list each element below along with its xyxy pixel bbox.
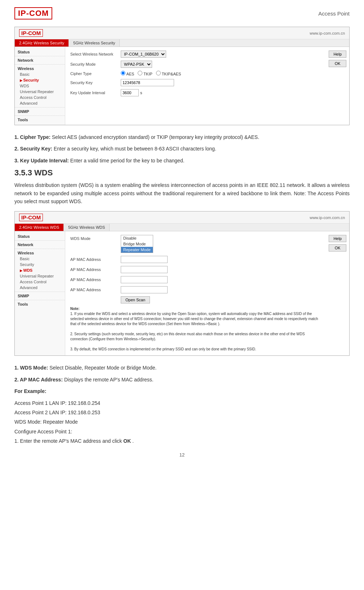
sidebar-wireless-1[interactable]: Wireless [15, 66, 65, 71]
sidebar-access-control-2[interactable]: Access Control [15, 279, 65, 285]
input-key-update[interactable] [121, 89, 139, 96]
sidebar-wds-2[interactable]: WDS [15, 267, 65, 273]
btn-open-scan[interactable]: Open Scan [121, 296, 150, 303]
sidebar-universal-repeater-2[interactable]: Universal Repeater [15, 273, 65, 279]
key-update-label: 3. Key Update Interval: [14, 158, 69, 163]
step1-text: 1. Enter the remote AP's MAC address and… [14, 438, 122, 444]
wds-mode-dropdown[interactable]: Repeater Mode Disable Bridge Mode Repeat… [121, 235, 153, 242]
sidebar-snmp-2[interactable]: SNMP [15, 293, 65, 299]
sidebar-advanced-1[interactable]: Advanced [15, 100, 65, 106]
tab-24ghz-wds[interactable]: 2.4GHz Wireless WDS [15, 224, 64, 231]
frame-url-2: www.ip-com.com.cn [310, 215, 345, 220]
sidebar-advanced-2[interactable]: Advanced [15, 285, 65, 290]
option-repeater-mode[interactable]: Repeater Mode [121, 247, 153, 253]
sidebar-security-1[interactable]: Security [15, 77, 65, 83]
btn-ok-1[interactable]: OK [329, 60, 346, 67]
sidebar-network-2[interactable]: Network [15, 242, 65, 248]
frame-sidebar-1: Status Network Wireless Basic Security W… [15, 47, 65, 125]
sidebar-status-1[interactable]: Status [15, 49, 65, 55]
step1-end: . [132, 438, 134, 444]
frame-body-2: Status Network Wireless Basic Security W… [15, 231, 349, 355]
note-line-2: 2. Security settings (such security mode… [70, 332, 305, 341]
tab-24ghz-security[interactable]: 2.4GHz Wireless Security [15, 39, 69, 47]
btn-help-1[interactable]: Help [329, 51, 346, 58]
wds-mode-label: 1. WDS Mode: [14, 365, 48, 371]
page-number: 12 [14, 452, 350, 458]
sidebar-status-2[interactable]: Status [15, 233, 65, 239]
divider-8 [15, 300, 65, 300]
form-row-wds-mode: WDS Mode Repeater Mode Disable Bridge Mo… [70, 235, 321, 242]
frame-sidebar-2: Status Network Wireless Basic Security W… [15, 231, 65, 355]
cipher-type-label: 1. Cipher Type: [14, 134, 50, 140]
note-box: Note: 1. If you enable the WDS and selec… [70, 306, 321, 352]
ap1-lan-para: Access Point 1 LAN IP: 192.168.0.254 [14, 399, 350, 407]
screenshot-security: IP-COM www.ip-com.com.cn 2.4GHz Wireless… [14, 27, 350, 125]
label-ap-mac-4: AP MAC Address [70, 288, 121, 292]
radio-tkip[interactable] [138, 71, 142, 75]
divider-1 [15, 56, 65, 56]
label-security-key: Security Key [70, 80, 121, 85]
btn-ok-2[interactable]: OK [329, 244, 346, 252]
input-ap-mac-2[interactable] [121, 266, 168, 273]
frame-body-1: Status Network Wireless Basic Security W… [15, 47, 349, 125]
option-bridge-mode[interactable]: Bridge Mode [121, 241, 153, 247]
tab-5ghz-security[interactable]: 5GHz Wireless Security [69, 39, 120, 47]
sidebar-tools-2[interactable]: Tools [15, 301, 65, 307]
input-ap-mac-1[interactable] [121, 256, 168, 263]
for-example-label: For Example: [14, 388, 46, 394]
option-disable[interactable]: Disable [121, 235, 153, 241]
form-row-wireless-network: Select Wireless Network IP-COM_1_06B620 [70, 51, 321, 58]
ap2-lan-para: Access Point 2 LAN IP: 192.168.0.253 [14, 408, 350, 416]
label-ap-mac-2: AP MAC Address [70, 267, 121, 272]
radio-tkipaes-label[interactable]: TKIP&AES [156, 71, 181, 76]
sidebar-access-control-1[interactable]: Access Control [15, 95, 65, 100]
sidebar-network-1[interactable]: Network [15, 57, 65, 63]
wds-description: Wireless distribution system (WDS) is a … [14, 181, 350, 205]
sidebar-tools-1[interactable]: Tools [15, 117, 65, 123]
frame-logo-2: IP-COM [19, 214, 43, 221]
tab-5ghz-wds[interactable]: 5GHz Wireless WDS [64, 224, 110, 231]
frame-tabs-2: 2.4GHz Wireless WDS 5GHz Wireless WDS [15, 224, 349, 231]
input-security-key[interactable] [121, 79, 174, 86]
ap-mac-text: Displays the remote AP's MAC address. [64, 377, 154, 383]
input-ap-mac-3[interactable] [121, 276, 168, 283]
wds-mode-para: 1. WDS Mode: Select Disable, Repeater Mo… [14, 364, 350, 372]
form-row-security-mode: Security Mode WPA2-PSK [70, 61, 321, 68]
label-security-mode: Security Mode [70, 62, 121, 66]
radio-tkip-label[interactable]: TKIP [138, 71, 152, 76]
btn-help-2[interactable]: Help [329, 235, 346, 242]
form-row-ap-mac-3: AP MAC Address [70, 276, 321, 283]
for-example-para: For Example: [14, 387, 350, 395]
frame-main-2: WDS Mode Repeater Mode Disable Bridge Mo… [65, 231, 326, 355]
sidebar-snmp-1[interactable]: SNMP [15, 109, 65, 114]
radio-tkipaes[interactable] [156, 71, 161, 75]
wds-mode-text: Select Disable, Repeater Mode or Bridge … [49, 365, 156, 371]
frame-url-1: www.ip-com.com.cn [310, 31, 345, 35]
key-update-para: 3. Key Update Interval: Enter a valid ti… [14, 157, 350, 165]
dropdown-list-wds: Disable Bridge Mode Repeater Mode [121, 235, 153, 253]
divider-4 [15, 115, 65, 116]
frame-tabs-1: 2.4GHz Wireless Security 5GHz Wireless S… [15, 39, 349, 47]
divider-2 [15, 64, 65, 65]
note-line-1: 1. If you enable the WDS and select a wi… [70, 312, 318, 326]
sidebar-wds-1[interactable]: WDS [15, 83, 65, 89]
label-key-update: Key Update Interval [70, 91, 121, 95]
configure-ap1-para: Configure Access Point 1: [14, 428, 350, 436]
sidebar-wireless-2[interactable]: Wireless [15, 250, 65, 256]
label-ap-mac-1: AP MAC Address [70, 257, 121, 262]
sidebar-basic-1[interactable]: Basic [15, 71, 65, 77]
radio-aes-label[interactable]: AES [121, 71, 134, 76]
cipher-type-para: 1. Cipher Type: Select AES (advanced enc… [14, 133, 350, 141]
sidebar-basic-2[interactable]: Basic [15, 256, 65, 262]
sidebar-universal-repeater-1[interactable]: Universal Repeater [15, 89, 65, 95]
label-wireless-network: Select Wireless Network [70, 52, 121, 56]
key-update-unit: s [140, 91, 142, 95]
select-security-mode[interactable]: WPA2-PSK [121, 61, 152, 68]
select-wireless-network[interactable]: IP-COM_1_06B620 [121, 51, 166, 58]
security-key-text: Enter a security key, which must be betw… [54, 146, 216, 152]
security-key-para: 2. Security Key: Enter a security key, w… [14, 145, 350, 153]
screenshot-wds: IP-COM www.ip-com.com.cn 2.4GHz Wireless… [14, 211, 350, 356]
input-ap-mac-4[interactable] [121, 286, 168, 293]
radio-aes[interactable] [121, 71, 125, 75]
sidebar-security-2[interactable]: Security [15, 262, 65, 267]
